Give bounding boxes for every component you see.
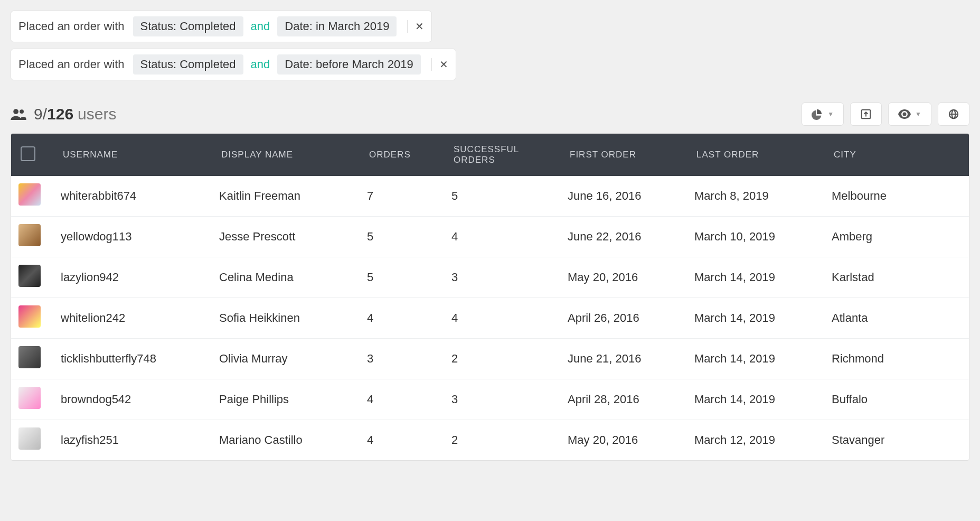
chevron-down-icon: ▼: [915, 110, 921, 118]
table-row[interactable]: browndog542Paige Phillips43April 28, 201…: [11, 379, 969, 420]
cell-username: browndog542: [61, 393, 219, 406]
table-row[interactable]: lazylion942Celina Medina53May 20, 2016Ma…: [11, 257, 969, 297]
filter-tag-status[interactable]: Status: Completed: [133, 16, 243, 36]
cell-username: whitelion242: [61, 311, 219, 325]
cell-successful: 4: [451, 230, 568, 244]
cell-display-name: Olivia Murray: [219, 352, 367, 366]
col-username[interactable]: USERNAME: [61, 145, 219, 164]
filter-prefix: Placed an order with: [18, 20, 125, 33]
close-icon[interactable]: ✕: [407, 20, 424, 33]
results-shown: 9: [34, 105, 43, 123]
select-all-cell: [18, 142, 61, 168]
table-row[interactable]: whiterabbit674Kaitlin Freeman75June 16, …: [11, 176, 969, 216]
cell-successful: 5: [451, 189, 568, 203]
col-successful-orders[interactable]: SUCCESSFUL ORDERS: [451, 140, 568, 170]
cell-successful: 2: [451, 433, 568, 447]
export-button[interactable]: [850, 103, 882, 126]
chart-button[interactable]: ▼: [802, 103, 844, 126]
cell-orders: 4: [367, 393, 451, 406]
globe-icon: [948, 108, 959, 120]
chevron-down-icon: ▼: [827, 110, 834, 118]
pie-chart-icon: [812, 108, 823, 120]
eye-icon: [898, 108, 911, 120]
results-bar: 9 / 126 users ▼ ▼: [11, 103, 969, 126]
table-row[interactable]: yellowdog113Jesse Prescott54June 22, 201…: [11, 216, 969, 257]
cell-display-name: Kaitlin Freeman: [219, 189, 367, 203]
select-all-checkbox[interactable]: [21, 146, 35, 161]
table-body: whiterabbit674Kaitlin Freeman75June 16, …: [11, 176, 969, 460]
cell-username: ticklishbutterfly748: [61, 352, 219, 366]
cell-city: Atlanta: [832, 311, 962, 325]
cell-successful: 2: [451, 352, 568, 366]
table-header: USERNAME DISPLAY NAME ORDERS SUCCESSFUL …: [11, 134, 969, 176]
col-orders[interactable]: ORDERS: [367, 145, 451, 164]
cell-display-name: Paige Phillips: [219, 393, 367, 406]
cell-first-order: June 21, 2016: [568, 352, 694, 366]
filter-tag-status[interactable]: Status: Completed: [133, 54, 243, 75]
cell-orders: 3: [367, 352, 451, 366]
filter-prefix: Placed an order with: [18, 58, 125, 71]
cell-display-name: Sofia Heikkinen: [219, 311, 367, 325]
cell-last-order: March 14, 2019: [694, 271, 832, 284]
results-label: users: [78, 105, 116, 123]
cell-first-order: April 28, 2016: [568, 393, 694, 406]
cell-last-order: March 14, 2019: [694, 311, 832, 325]
cell-first-order: May 20, 2016: [568, 271, 694, 284]
cell-first-order: April 26, 2016: [568, 311, 694, 325]
cell-last-order: March 12, 2019: [694, 433, 832, 447]
avatar: [18, 265, 41, 287]
avatar: [18, 305, 41, 328]
cell-username: lazylion942: [61, 271, 219, 284]
avatar: [18, 346, 41, 368]
avatar: [18, 224, 41, 246]
avatar: [18, 427, 41, 450]
filter-tag-date[interactable]: Date: before March 2019: [277, 54, 420, 75]
cell-city: Buffalo: [832, 393, 962, 406]
cell-city: Melbourne: [832, 189, 962, 203]
open-in-new-icon: [860, 108, 872, 120]
cell-last-order: March 8, 2019: [694, 189, 832, 203]
svg-point-0: [13, 109, 18, 114]
cell-successful: 3: [451, 271, 568, 284]
cell-city: Amberg: [832, 230, 962, 244]
cell-display-name: Celina Medina: [219, 271, 367, 284]
cell-orders: 4: [367, 433, 451, 447]
cell-display-name: Jesse Prescott: [219, 230, 367, 244]
filter-tag-date[interactable]: Date: in March 2019: [277, 16, 397, 36]
col-last-order[interactable]: LAST ORDER: [694, 145, 832, 164]
col-display-name[interactable]: DISPLAY NAME: [219, 145, 367, 164]
table-row[interactable]: whitelion242Sofia Heikkinen44April 26, 2…: [11, 297, 969, 338]
cell-first-order: May 20, 2016: [568, 433, 694, 447]
visibility-button[interactable]: ▼: [888, 103, 931, 126]
filter-chip-1[interactable]: Placed an order with Status: Completed a…: [11, 49, 456, 80]
cell-city: Richmond: [832, 352, 962, 366]
cell-orders: 5: [367, 230, 451, 244]
cell-display-name: Mariano Castillo: [219, 433, 367, 447]
globe-button[interactable]: [938, 103, 969, 126]
svg-point-1: [20, 109, 24, 114]
filter-conjunction: and: [251, 58, 270, 71]
toolbar: ▼ ▼: [802, 103, 969, 126]
cell-username: yellowdog113: [61, 230, 219, 244]
table-row[interactable]: lazyfish251Mariano Castillo42May 20, 201…: [11, 420, 969, 460]
cell-last-order: March 14, 2019: [694, 352, 832, 366]
table-row[interactable]: ticklishbutterfly748Olivia Murray32June …: [11, 338, 969, 379]
users-table: USERNAME DISPLAY NAME ORDERS SUCCESSFUL …: [11, 133, 969, 461]
filter-chip-0[interactable]: Placed an order with Status: Completed a…: [11, 11, 432, 42]
results-total: 126: [47, 105, 73, 123]
col-city[interactable]: CITY: [832, 145, 962, 164]
avatar: [18, 183, 41, 206]
col-first-order[interactable]: FIRST ORDER: [568, 145, 694, 164]
close-icon[interactable]: ✕: [431, 58, 448, 71]
cell-successful: 4: [451, 311, 568, 325]
avatar: [18, 387, 41, 409]
results-separator: /: [43, 105, 47, 123]
cell-last-order: March 14, 2019: [694, 393, 832, 406]
filter-conjunction: and: [251, 20, 270, 33]
cell-city: Stavanger: [832, 433, 962, 447]
cell-orders: 4: [367, 311, 451, 325]
people-icon: [11, 108, 26, 120]
cell-username: lazyfish251: [61, 433, 219, 447]
cell-successful: 3: [451, 393, 568, 406]
cell-last-order: March 10, 2019: [694, 230, 832, 244]
